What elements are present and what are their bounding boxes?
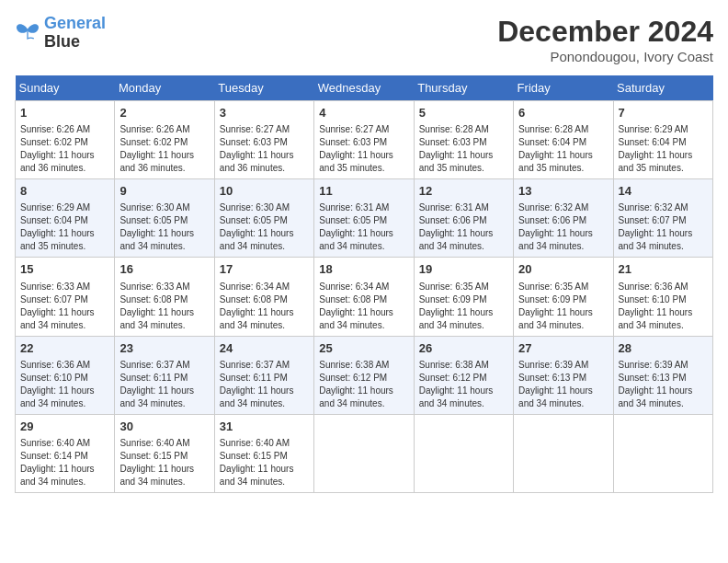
calendar-cell <box>314 414 414 492</box>
calendar-cell: 20Sunrise: 6:35 AMSunset: 6:09 PMDayligh… <box>514 258 613 336</box>
col-thursday: Thursday <box>414 75 513 101</box>
calendar-cell <box>613 414 712 492</box>
calendar-cell: 7Sunrise: 6:29 AMSunset: 6:04 PMDaylight… <box>613 101 712 179</box>
calendar-cell: 18Sunrise: 6:34 AMSunset: 6:08 PMDayligh… <box>314 258 414 336</box>
day-number: 30 <box>119 419 209 435</box>
calendar-cell: 28Sunrise: 6:39 AMSunset: 6:13 PMDayligh… <box>613 336 712 414</box>
col-monday: Monday <box>115 75 214 101</box>
calendar-cell: 1Sunrise: 6:26 AMSunset: 6:02 PMDaylight… <box>16 101 115 179</box>
page-header: GeneralBlue December 2024 Ponondougou, I… <box>15 15 713 64</box>
calendar-table: Sunday Monday Tuesday Wednesday Thursday… <box>15 75 713 493</box>
col-saturday: Saturday <box>613 75 712 101</box>
calendar-cell: 2Sunrise: 6:26 AMSunset: 6:02 PMDaylight… <box>115 101 214 179</box>
day-number: 5 <box>419 105 508 121</box>
day-number: 15 <box>20 261 109 278</box>
day-number: 21 <box>619 261 708 278</box>
calendar-cell: 23Sunrise: 6:37 AMSunset: 6:11 PMDayligh… <box>115 336 214 414</box>
day-number: 23 <box>119 340 209 357</box>
col-tuesday: Tuesday <box>214 75 313 101</box>
calendar-week-row: 8Sunrise: 6:29 AMSunset: 6:04 PMDaylight… <box>16 179 713 258</box>
day-number: 1 <box>20 105 109 121</box>
calendar-cell: 9Sunrise: 6:30 AMSunset: 6:05 PMDaylight… <box>115 179 214 258</box>
calendar-week-row: 1Sunrise: 6:26 AMSunset: 6:02 PMDaylight… <box>16 101 713 179</box>
calendar-cell: 8Sunrise: 6:29 AMSunset: 6:04 PMDaylight… <box>16 179 115 258</box>
calendar-cell: 29Sunrise: 6:40 AMSunset: 6:14 PMDayligh… <box>16 414 115 492</box>
calendar-cell: 10Sunrise: 6:30 AMSunset: 6:05 PMDayligh… <box>214 179 313 258</box>
day-number: 24 <box>220 340 309 357</box>
day-number: 20 <box>518 261 608 278</box>
col-sunday: Sunday <box>16 75 115 101</box>
day-number: 27 <box>518 340 608 357</box>
calendar-cell: 14Sunrise: 6:32 AMSunset: 6:07 PMDayligh… <box>613 179 712 258</box>
day-number: 2 <box>119 105 209 121</box>
month-title: December 2024 <box>497 15 713 49</box>
calendar-cell: 11Sunrise: 6:31 AMSunset: 6:05 PMDayligh… <box>314 179 414 258</box>
day-number: 18 <box>319 261 408 278</box>
day-number: 8 <box>20 183 109 200</box>
calendar-cell: 13Sunrise: 6:32 AMSunset: 6:06 PMDayligh… <box>514 179 613 258</box>
calendar-cell <box>514 414 613 492</box>
calendar-cell: 16Sunrise: 6:33 AMSunset: 6:08 PMDayligh… <box>115 258 214 336</box>
calendar-cell: 21Sunrise: 6:36 AMSunset: 6:10 PMDayligh… <box>613 258 712 336</box>
day-number: 11 <box>319 183 408 200</box>
calendar-cell: 15Sunrise: 6:33 AMSunset: 6:07 PMDayligh… <box>16 258 115 336</box>
day-number: 31 <box>220 419 309 435</box>
day-number: 25 <box>319 340 408 357</box>
day-number: 26 <box>419 340 508 357</box>
calendar-cell: 26Sunrise: 6:38 AMSunset: 6:12 PMDayligh… <box>414 336 513 414</box>
day-number: 16 <box>119 261 209 278</box>
day-number: 17 <box>220 261 309 278</box>
col-wednesday: Wednesday <box>314 75 414 101</box>
day-number: 14 <box>619 183 708 200</box>
calendar-week-row: 22Sunrise: 6:36 AMSunset: 6:10 PMDayligh… <box>16 336 713 414</box>
calendar-cell <box>414 414 513 492</box>
day-number: 22 <box>20 340 109 357</box>
day-number: 3 <box>220 105 309 121</box>
day-number: 29 <box>20 419 109 435</box>
calendar-cell: 25Sunrise: 6:38 AMSunset: 6:12 PMDayligh… <box>314 336 414 414</box>
day-number: 7 <box>619 105 708 121</box>
logo-text: GeneralBlue <box>44 15 106 52</box>
calendar-week-row: 15Sunrise: 6:33 AMSunset: 6:07 PMDayligh… <box>16 258 713 336</box>
calendar-cell: 4Sunrise: 6:27 AMSunset: 6:03 PMDaylight… <box>314 101 414 179</box>
calendar-cell: 31Sunrise: 6:40 AMSunset: 6:15 PMDayligh… <box>214 414 313 492</box>
calendar-cell: 12Sunrise: 6:31 AMSunset: 6:06 PMDayligh… <box>414 179 513 258</box>
calendar-cell: 19Sunrise: 6:35 AMSunset: 6:09 PMDayligh… <box>414 258 513 336</box>
calendar-cell: 30Sunrise: 6:40 AMSunset: 6:15 PMDayligh… <box>115 414 214 492</box>
calendar-cell: 22Sunrise: 6:36 AMSunset: 6:10 PMDayligh… <box>16 336 115 414</box>
day-number: 28 <box>619 340 708 357</box>
day-number: 9 <box>119 183 209 200</box>
calendar-cell: 6Sunrise: 6:28 AMSunset: 6:04 PMDaylight… <box>514 101 613 179</box>
day-number: 10 <box>220 183 309 200</box>
day-number: 6 <box>518 105 608 121</box>
day-number: 19 <box>419 261 508 278</box>
day-number: 12 <box>419 183 508 200</box>
header-row: Sunday Monday Tuesday Wednesday Thursday… <box>16 75 713 101</box>
location: Ponondougou, Ivory Coast <box>497 49 713 64</box>
logo-icon <box>15 23 40 43</box>
logo: GeneralBlue <box>15 15 106 52</box>
calendar-cell: 3Sunrise: 6:27 AMSunset: 6:03 PMDaylight… <box>214 101 313 179</box>
title-block: December 2024 Ponondougou, Ivory Coast <box>497 15 713 64</box>
calendar-cell: 17Sunrise: 6:34 AMSunset: 6:08 PMDayligh… <box>214 258 313 336</box>
calendar-cell: 27Sunrise: 6:39 AMSunset: 6:13 PMDayligh… <box>514 336 613 414</box>
calendar-cell: 24Sunrise: 6:37 AMSunset: 6:11 PMDayligh… <box>214 336 313 414</box>
calendar-week-row: 29Sunrise: 6:40 AMSunset: 6:14 PMDayligh… <box>16 414 713 492</box>
day-number: 4 <box>319 105 408 121</box>
col-friday: Friday <box>514 75 613 101</box>
calendar-cell: 5Sunrise: 6:28 AMSunset: 6:03 PMDaylight… <box>414 101 513 179</box>
day-number: 13 <box>518 183 608 200</box>
